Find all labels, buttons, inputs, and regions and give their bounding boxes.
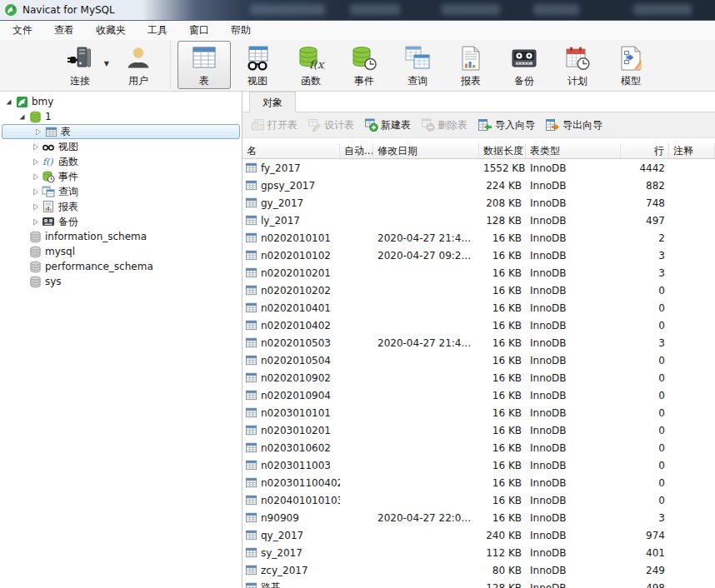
tree-item-tables[interactable]: 表 bbox=[2, 124, 240, 139]
table-row[interactable]: n020201090416 KBInnoDB0 bbox=[242, 386, 715, 404]
tab-objects[interactable]: 对象 bbox=[249, 92, 296, 112]
cell-modify-date: 2020-04-27 09:2... bbox=[373, 250, 479, 262]
column-header-name[interactable]: 名 bbox=[242, 143, 340, 158]
query-tables-icon bbox=[41, 185, 56, 198]
column-header-rows[interactable]: 行 bbox=[621, 143, 669, 158]
table-row[interactable]: n02020101022020-04-27 09:2...16 KBInnoDB… bbox=[242, 247, 715, 264]
toolbar-button-user[interactable]: 用户 bbox=[112, 41, 165, 89]
action-new-table[interactable]: 新建表 bbox=[360, 117, 415, 134]
column-header-engine[interactable]: 表类型 bbox=[526, 143, 621, 158]
table-row[interactable]: n020201040216 KBInnoDB0 bbox=[242, 316, 715, 334]
cell-data-length: 112 KB bbox=[479, 547, 526, 559]
table-row[interactable]: n020201040116 KBInnoDB0 bbox=[242, 299, 715, 316]
tree-collapsed-arrow-icon[interactable] bbox=[29, 143, 41, 151]
cell-name: n020301100402 bbox=[242, 476, 340, 489]
tree-collapsed-arrow-icon[interactable] bbox=[29, 218, 41, 226]
menu-item-file[interactable]: 文件 bbox=[2, 21, 43, 40]
table-name: gpsy_2017 bbox=[261, 180, 315, 192]
tree-expanded-arrow-icon[interactable] bbox=[2, 98, 14, 106]
navicat-window: Navicat for MySQL 文件查看收藏夹工具窗口帮助 连接▼用户表视图… bbox=[0, 0, 715, 588]
tree-item-performance-schema[interactable]: performance_schema bbox=[0, 259, 242, 274]
table-row[interactable]: n02030110040216 KBInnoDB0 bbox=[242, 474, 715, 491]
menu-item-view[interactable]: 查看 bbox=[43, 21, 85, 40]
tree-item-db-1[interactable]: 1 bbox=[0, 109, 242, 124]
table-row[interactable]: qy_2017240 KBInnoDB974 bbox=[242, 526, 715, 544]
toolbar-button-backup[interactable]: 备份 bbox=[498, 41, 551, 89]
tree-collapsed-arrow-icon[interactable] bbox=[29, 188, 41, 196]
menu-item-favorites[interactable]: 收藏夹 bbox=[85, 21, 137, 40]
menu-item-help[interactable]: 帮助 bbox=[220, 21, 262, 40]
table-row[interactable]: n909092020-04-27 22:0...16 KBInnoDB3 bbox=[242, 509, 715, 526]
tree-collapsed-arrow-icon[interactable] bbox=[32, 128, 43, 136]
column-header-comment[interactable]: 注释 bbox=[669, 143, 715, 158]
tree-collapsed-arrow-icon[interactable] bbox=[29, 203, 41, 211]
tree-item-mysql[interactable]: mysql bbox=[0, 244, 242, 259]
toolbar-button-model[interactable]: 模型 bbox=[604, 41, 658, 89]
toolbar-button-connection[interactable]: 连接▼ bbox=[53, 41, 107, 89]
table-row[interactable]: n020301100316 KBInnoDB0 bbox=[242, 456, 715, 474]
toolbar-button-report[interactable]: 报表 bbox=[444, 41, 498, 89]
table-row[interactable]: gy_2017208 KBInnoDB748 bbox=[242, 194, 715, 212]
cell-name: 路基 bbox=[242, 581, 340, 588]
table-row[interactable]: zcy_201780 KBInnoDB249 bbox=[242, 561, 715, 579]
menu-item-tools[interactable]: 工具 bbox=[137, 21, 178, 40]
tree-item-functions[interactable]: f()函数 bbox=[0, 154, 242, 169]
column-header-modify-date[interactable]: 修改日期 bbox=[373, 143, 479, 158]
tree-item-views[interactable]: 视图 bbox=[0, 139, 242, 154]
table-row[interactable]: n02040101010316 KBInnoDB0 bbox=[242, 491, 715, 509]
table-row[interactable]: n020301060216 KBInnoDB0 bbox=[242, 439, 715, 456]
toolbar-button-schedule[interactable]: 计划 bbox=[551, 41, 604, 89]
action-export-wizard[interactable]: 导出向导 bbox=[541, 117, 607, 134]
cell-rows: 0 bbox=[621, 460, 669, 471]
table-row[interactable]: n020201020116 KBInnoDB3 bbox=[242, 264, 715, 282]
cell-name: n0202010902 bbox=[242, 371, 340, 384]
table-row[interactable]: n02020105032020-04-27 21:4...16 KBInnoDB… bbox=[242, 334, 715, 351]
connection-big-icon bbox=[67, 43, 93, 73]
toolbar-button-view[interactable]: 视图 bbox=[231, 41, 284, 89]
cell-engine: InnoDB bbox=[526, 530, 621, 541]
table-row[interactable]: ly_2017128 KBInnoDB497 bbox=[242, 212, 715, 229]
tree-item-information-schema[interactable]: information_schema bbox=[0, 229, 242, 244]
table-row[interactable]: n020301020116 KBInnoDB0 bbox=[242, 421, 715, 439]
menu-item-window[interactable]: 窗口 bbox=[178, 21, 220, 40]
action-label: 设计表 bbox=[324, 118, 354, 132]
new-table-icon bbox=[364, 118, 378, 132]
table-row[interactable]: n02020101012020-04-27 21:4...16 KBInnoDB… bbox=[242, 229, 715, 247]
table-grid-icon bbox=[245, 249, 258, 262]
tree-collapsed-arrow-icon[interactable] bbox=[29, 173, 41, 181]
view-big-icon bbox=[243, 43, 272, 73]
table-row[interactable]: gpsy_2017224 KBInnoDB882 bbox=[242, 177, 715, 194]
tree-item-events[interactable]: 事件 bbox=[0, 169, 242, 184]
tree-expanded-arrow-icon[interactable] bbox=[16, 113, 28, 121]
function-big-icon: f(x) bbox=[297, 43, 325, 73]
connection-dropdown-arrow-icon[interactable]: ▼ bbox=[104, 60, 109, 67]
cell-data-length: 240 KB bbox=[479, 530, 526, 541]
toolbar-button-function[interactable]: f(x)函数 bbox=[284, 41, 338, 89]
cell-engine: InnoDB bbox=[526, 355, 621, 366]
tree-collapsed-arrow-icon[interactable] bbox=[29, 158, 41, 166]
tree-item-backups[interactable]: 备份 bbox=[0, 214, 242, 229]
tree-item-reports[interactable]: 报表 bbox=[0, 199, 242, 214]
table-row[interactable]: n020201020216 KBInnoDB0 bbox=[242, 282, 715, 299]
action-import-wizard[interactable]: 导入向导 bbox=[473, 117, 539, 134]
cell-name: n0202010401 bbox=[242, 301, 340, 314]
table-row[interactable]: 路基128 KBInnoDB498 bbox=[242, 579, 715, 588]
table-row[interactable]: n020201050416 KBInnoDB0 bbox=[242, 351, 715, 369]
column-header-auto-increment[interactable]: 自动... bbox=[340, 143, 373, 158]
table-row[interactable]: sy_2017112 KBInnoDB401 bbox=[242, 544, 715, 561]
table-row[interactable]: n020301010116 KBInnoDB0 bbox=[242, 404, 715, 421]
cell-engine: InnoDB bbox=[526, 477, 621, 489]
toolbar-button-table[interactable]: 表 bbox=[178, 41, 231, 89]
toolbar-button-query[interactable]: 查询 bbox=[391, 41, 444, 89]
toolbar-button-event[interactable]: 事件 bbox=[338, 41, 391, 89]
report-doc-icon bbox=[41, 200, 56, 213]
table-row[interactable]: fy_20171552 KBInnoDB4442 bbox=[242, 159, 715, 177]
tree-item-bmy[interactable]: bmy bbox=[0, 94, 242, 109]
table-row[interactable]: n020201090216 KBInnoDB0 bbox=[242, 369, 715, 386]
tree-item-sys[interactable]: sys bbox=[0, 274, 242, 289]
tree-item-queries[interactable]: 查询 bbox=[0, 184, 242, 199]
cell-engine: InnoDB bbox=[526, 495, 621, 506]
column-header-data-length[interactable]: 数据长度 bbox=[479, 143, 526, 158]
table-name: zcy_2017 bbox=[261, 565, 308, 576]
table-name: n90909 bbox=[261, 512, 299, 524]
